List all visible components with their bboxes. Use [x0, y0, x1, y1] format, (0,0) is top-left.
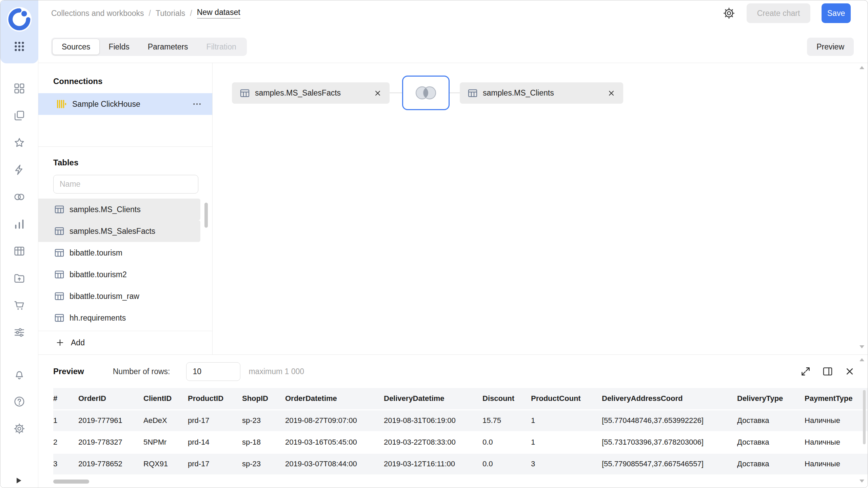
source-table-chip-salesfacts[interactable]: samples.MS_SalesFacts [232, 82, 390, 104]
cell: 0.0 [482, 453, 531, 475]
scroll-up-icon[interactable] [860, 358, 864, 361]
preview-panel: Preview Number of rows: maximum 1 000 # [38, 354, 868, 488]
max-rows-hint: maximum 1 000 [249, 367, 304, 376]
datalens-logo-icon[interactable] [6, 6, 32, 32]
breadcrumb-tutorials[interactable]: Tutorials [156, 9, 185, 18]
cell: prd-14 [188, 431, 242, 453]
cell: sp-23 [242, 453, 285, 475]
nav-connections-icon[interactable] [13, 164, 25, 176]
table-list-item[interactable]: bibattle.tourism2 [38, 264, 200, 285]
table-name: hh.requirements [70, 313, 126, 323]
help-icon[interactable] [13, 395, 25, 408]
add-table-button[interactable]: Add [38, 332, 212, 353]
table-icon [54, 226, 65, 237]
nav-favorites-icon[interactable] [13, 137, 25, 149]
preview-row: 3 2019-778652 RQX91 prd-17 sp-23 2019-03… [53, 453, 868, 475]
cell: Доставка [737, 431, 805, 453]
remove-source-icon[interactable] [373, 89, 382, 98]
column-header: Discount [482, 388, 531, 410]
close-preview-icon[interactable] [844, 366, 855, 377]
table-name: samples.MS_SalesFacts [70, 227, 155, 236]
breadcrumb-collections[interactable]: Collections and workbooks [51, 9, 144, 18]
scroll-down-icon[interactable] [860, 480, 864, 483]
nav-datasets-icon[interactable] [13, 191, 25, 203]
expand-sidebar-icon[interactable] [13, 475, 23, 486]
create-chart-button[interactable]: Create chart [747, 3, 810, 23]
sources-canvas[interactable]: samples.MS_SalesFacts samples.MS_Clients [213, 63, 868, 354]
column-header: PaymentType [805, 388, 868, 410]
source-table-chip-clients[interactable]: samples.MS_Clients [460, 82, 623, 104]
nav-charts-icon[interactable] [13, 218, 25, 230]
cell: 3 [53, 453, 78, 475]
table-icon [467, 88, 478, 99]
tab-parameters[interactable]: Parameters [139, 39, 197, 55]
cell: Наличные [805, 410, 868, 431]
connections-title: Connections [53, 77, 102, 86]
preview-header-row: # OrderID ClientID ProductID ShopID Orde… [53, 388, 868, 410]
table-list-item[interactable]: bibattle.tourism_raw [38, 285, 200, 307]
table-search-input[interactable] [53, 175, 198, 194]
connection-menu-icon[interactable] [192, 99, 202, 109]
nav-dashboards-icon[interactable] [13, 82, 25, 95]
preview-table-wrap: # OrderID ClientID ProductID ShopID Orde… [53, 388, 868, 480]
dataset-settings-gear-icon[interactable] [723, 7, 735, 20]
join-node[interactable] [402, 76, 450, 110]
table-name: bibattle.tourism_raw [70, 292, 139, 301]
nav-marketplace-icon[interactable] [13, 299, 25, 311]
scroll-up-icon[interactable] [860, 66, 864, 69]
settings-gear-icon[interactable] [13, 423, 25, 435]
cell: 1 [53, 410, 78, 431]
cell: [55.770448746,37.653992226] [602, 410, 737, 431]
column-header: OrderID [78, 388, 143, 410]
cell: 2019-03-16T05:45:00 [285, 431, 384, 453]
dataset-tab-row: Sources Fields Parameters Filtration Pre… [38, 31, 868, 63]
rows-count-input[interactable] [186, 362, 240, 381]
expand-preview-icon[interactable] [800, 366, 811, 377]
cell: Наличные [805, 431, 868, 453]
scroll-down-icon[interactable] [860, 345, 864, 348]
tab-fields[interactable]: Fields [99, 39, 138, 55]
nav-tables-icon[interactable] [13, 245, 25, 257]
cell: Доставка [737, 410, 805, 431]
horizontal-scrollbar[interactable] [53, 480, 89, 484]
tables-title: Tables [53, 158, 78, 167]
cell: 1 [531, 431, 602, 453]
panel-divider [38, 146, 212, 147]
cell: Наличные [805, 453, 868, 475]
nav-bottom-icons [0, 368, 38, 435]
nav-services-icon[interactable] [13, 326, 25, 339]
cell: AeDeX [143, 410, 188, 431]
vertical-scrollbar[interactable] [863, 390, 866, 444]
preview-toggle-button[interactable]: Preview [807, 38, 854, 56]
tab-sources[interactable]: Sources [53, 39, 99, 55]
cell: [55.779085547,37.667546557] [602, 453, 737, 475]
column-header: ProductID [188, 388, 242, 410]
dock-panel-icon[interactable] [822, 366, 833, 377]
dataset-tabs: Sources Fields Parameters Filtration [51, 38, 247, 56]
tables-list-scrollbar[interactable] [204, 203, 208, 228]
table-list-item[interactable]: bibattle.tourism [38, 242, 200, 264]
apps-grid-icon[interactable] [13, 40, 25, 53]
table-list-item[interactable]: samples.MS_SalesFacts [38, 220, 200, 242]
cell: 1 [531, 410, 602, 431]
remove-source-icon[interactable] [607, 89, 616, 98]
cell: 2019-778327 [78, 431, 143, 453]
notifications-bell-icon[interactable] [13, 368, 25, 381]
nav-collections-icon[interactable] [13, 109, 25, 122]
table-icon [239, 88, 250, 99]
save-button[interactable]: Save [822, 3, 851, 23]
logo-area [0, 0, 38, 63]
panel-divider [38, 331, 212, 331]
cell: 2 [53, 431, 78, 453]
connection-item[interactable]: Sample ClickHouse [38, 93, 212, 115]
cell: 2019-08-31T06:19:00 [384, 410, 482, 431]
cell: 2019-778652 [78, 453, 143, 475]
cell: RQX91 [143, 453, 188, 475]
table-list-item[interactable]: samples.MS_Clients [38, 199, 200, 220]
breadcrumb: Collections and workbooks / Tutorials / … [51, 8, 240, 19]
nav-storage-icon[interactable] [13, 272, 25, 284]
dataset-title[interactable]: New dataset [197, 8, 240, 19]
cell: Доставка [737, 453, 805, 475]
cell: sp-23 [242, 410, 285, 431]
table-list-item[interactable]: hh.requirements [38, 307, 200, 329]
